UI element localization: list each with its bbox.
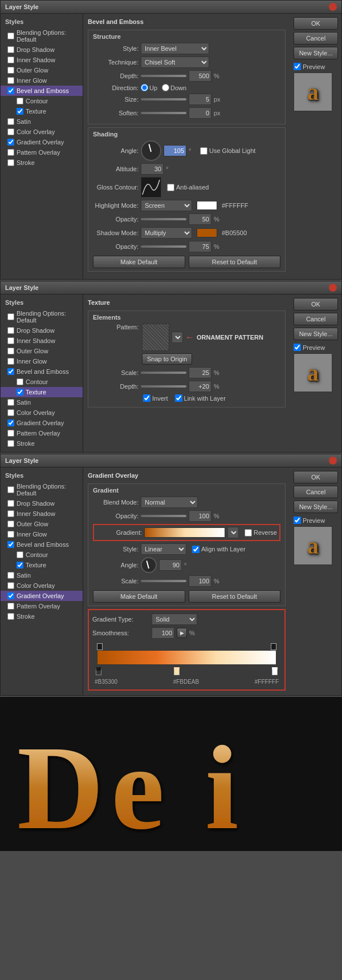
sidebar-item-pattern-overlay[interactable]: Pattern Overlay	[1, 147, 83, 158]
checkbox-inner-glow[interactable]	[7, 77, 14, 84]
highlight-opacity-slider[interactable]	[141, 218, 186, 220]
sidebar-3-satin[interactable]: Satin	[1, 570, 83, 580]
shadow-color-swatch[interactable]	[197, 228, 217, 237]
sidebar-item-inner-shadow[interactable]: Inner Shadow	[1, 55, 83, 65]
sidebar-2-inner-glow[interactable]: Inner Glow	[1, 356, 83, 366]
shadow-opacity-input[interactable]	[189, 241, 211, 252]
altitude-input[interactable]	[141, 163, 164, 175]
highlight-mode-select[interactable]: Screen	[141, 200, 192, 211]
ok-button-2[interactable]: OK	[294, 298, 338, 310]
grad-opacity-slider[interactable]	[141, 515, 186, 517]
cancel-button-1[interactable]: Cancel	[294, 32, 338, 45]
ok-button-3[interactable]: OK	[294, 471, 338, 483]
new-style-button-3[interactable]: New Style...	[294, 501, 338, 513]
preview-checkbox-1[interactable]	[294, 63, 301, 70]
sidebar-3-texture[interactable]: Texture	[1, 560, 83, 570]
sidebar-2-blending[interactable]: Blending Options: Default	[1, 308, 83, 325]
ok-button-1[interactable]: OK	[294, 17, 338, 30]
highlight-color-swatch[interactable]	[197, 201, 217, 210]
texture-depth-slider[interactable]	[141, 385, 186, 388]
direction-down-label[interactable]: Down	[162, 84, 186, 91]
smoothness-input[interactable]	[152, 627, 174, 639]
global-light-label[interactable]: Use Global Light	[200, 147, 255, 155]
size-slider[interactable]	[141, 98, 186, 100]
gradient-editor-bar[interactable]	[97, 650, 276, 665]
sidebar-2-outer-glow[interactable]: Outer Glow	[1, 346, 83, 356]
sidebar-3-inner-shadow[interactable]: Inner Shadow	[1, 509, 83, 519]
close-icon-2[interactable]	[329, 284, 337, 292]
sidebar-item-contour[interactable]: Contour	[1, 96, 83, 106]
sidebar-3-stroke[interactable]: Stroke	[1, 611, 83, 622]
preview-checkbox-3[interactable]	[294, 517, 301, 524]
shadow-opacity-slider[interactable]	[141, 245, 186, 248]
sidebar-item-satin[interactable]: Satin	[1, 116, 83, 127]
sidebar-3-gradient-overlay[interactable]: Gradient Overlay	[1, 591, 83, 601]
sidebar-item-drop-shadow[interactable]: Drop Shadow	[1, 45, 83, 55]
sidebar-item-outer-glow[interactable]: Outer Glow	[1, 65, 83, 75]
texture-scale-input[interactable]	[189, 367, 211, 378]
checkbox-contour[interactable]	[17, 98, 23, 104]
checkbox-drop-shadow[interactable]	[7, 46, 14, 53]
reverse-checkbox[interactable]	[245, 529, 252, 537]
technique-select[interactable]: Chisel Soft	[141, 57, 209, 68]
sidebar-3-contour[interactable]: Contour	[1, 550, 83, 560]
new-style-button-1[interactable]: New Style...	[294, 47, 338, 59]
depth-input[interactable]	[189, 70, 211, 82]
sidebar-2-gradient-overlay[interactable]: Gradient Overlay	[1, 418, 83, 428]
sidebar-3-outer-glow[interactable]: Outer Glow	[1, 519, 83, 529]
sidebar-3-drop-shadow[interactable]: Drop Shadow	[1, 498, 83, 509]
sidebar-item-bevel-emboss[interactable]: Bevel and Emboss	[1, 86, 83, 96]
depth-slider[interactable]	[141, 75, 186, 77]
checkbox-texture[interactable]	[17, 108, 23, 115]
sidebar-2-bevel-emboss[interactable]: Bevel and Emboss	[1, 366, 83, 377]
new-style-button-2[interactable]: New Style...	[294, 328, 338, 340]
sidebar-item-inner-glow[interactable]: Inner Glow	[1, 75, 83, 86]
sidebar-item-gradient-overlay[interactable]: Gradient Overlay	[1, 137, 83, 147]
gradient-preview-bar[interactable]	[144, 527, 225, 538]
gradient-select-arrow[interactable]	[227, 527, 239, 538]
bottom-stop-mid[interactable]	[174, 667, 180, 675]
grad-scale-input[interactable]	[189, 575, 211, 587]
checkbox-pattern-overlay[interactable]	[7, 149, 14, 156]
smoothness-stepper[interactable]: ▶	[177, 628, 187, 638]
grad-angle-dial[interactable]	[141, 557, 157, 573]
make-default-button-1[interactable]: Make Default	[93, 256, 185, 268]
sidebar-2-drop-shadow[interactable]: Drop Shadow	[1, 325, 83, 336]
reverse-label[interactable]: Reverse	[245, 529, 277, 537]
cancel-button-2[interactable]: Cancel	[294, 313, 338, 325]
close-icon-1[interactable]	[329, 3, 337, 11]
sidebar-2-contour[interactable]: Contour	[1, 377, 83, 387]
sidebar-3-inner-glow[interactable]: Inner Glow	[1, 529, 83, 539]
sidebar-2-texture[interactable]: Texture	[1, 387, 83, 397]
grad-style-select[interactable]: Linear	[141, 543, 186, 555]
top-stop-right[interactable]	[271, 643, 276, 650]
preview-checkbox-2[interactable]	[294, 344, 301, 351]
highlight-opacity-input[interactable]	[189, 213, 211, 225]
snap-to-origin-button[interactable]: Snap to Origin	[142, 353, 192, 365]
bottom-stop-left[interactable]	[96, 667, 101, 675]
sidebar-3-color-overlay[interactable]: Color Overlay	[1, 580, 83, 591]
size-input[interactable]	[189, 94, 211, 105]
soften-input[interactable]	[189, 107, 211, 119]
top-stop-left[interactable]	[97, 643, 103, 650]
blend-mode-select[interactable]: Normal	[141, 497, 198, 508]
sidebar-2-satin[interactable]: Satin	[1, 397, 83, 408]
checkbox-gradient-overlay[interactable]	[7, 139, 14, 146]
checkbox-inner-shadow[interactable]	[7, 57, 14, 63]
sidebar-2-pattern-overlay[interactable]: Pattern Overlay	[1, 428, 83, 438]
preview-label-1[interactable]: Preview	[294, 63, 338, 70]
checkbox-blending[interactable]	[7, 33, 14, 39]
align-layer-label[interactable]: Align with Layer	[192, 546, 246, 553]
grad-angle-input[interactable]	[159, 559, 182, 571]
invert-label[interactable]: Invert	[143, 394, 168, 402]
anti-aliased-label[interactable]: Anti-aliased	[167, 184, 209, 191]
sidebar-item-texture[interactable]: Texture	[1, 106, 83, 116]
pattern-thumbnail[interactable]	[142, 324, 169, 351]
anti-aliased-checkbox[interactable]	[167, 184, 174, 191]
bottom-stop-right[interactable]	[272, 667, 278, 675]
checkbox-outer-glow[interactable]	[7, 67, 14, 74]
sidebar-3-blending[interactable]: Blending Options: Default	[1, 481, 83, 498]
pattern-select[interactable]	[172, 332, 183, 343]
grad-scale-slider[interactable]	[141, 580, 186, 582]
angle-dial[interactable]	[141, 140, 161, 161]
